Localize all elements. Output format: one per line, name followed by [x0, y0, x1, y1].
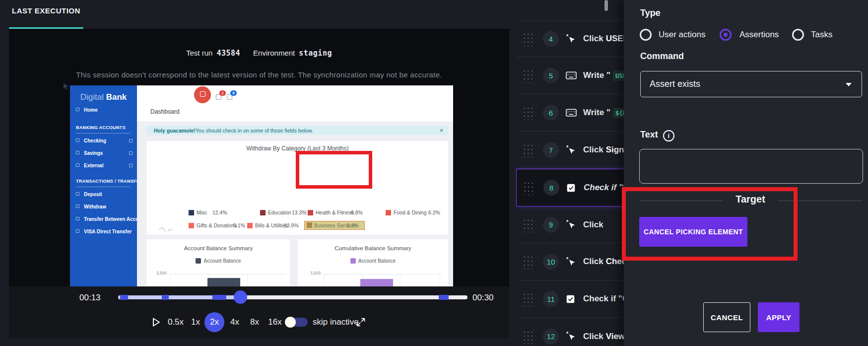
message-badge: 0 — [230, 90, 237, 96]
bullet-icon — [76, 108, 79, 111]
test-step-12[interactable]: 12 ClickView C — [516, 318, 624, 346]
bar — [360, 279, 393, 286]
step-target: Sign in — [606, 145, 624, 154]
speed-8x[interactable]: 8x — [248, 317, 262, 327]
apply-button[interactable]: APPLY — [758, 302, 800, 332]
speed-2x-active[interactable]: 2x — [204, 312, 224, 332]
tab-last-execution[interactable]: LAST EXECUTION — [12, 6, 80, 15]
radio-assertions-label[interactable]: Assertions — [739, 30, 779, 40]
step-action: Write " — [583, 70, 610, 80]
play-button-icon[interactable] — [152, 317, 161, 327]
app-root: LAST EXECUTION Test run43584Environments… — [0, 0, 868, 346]
bank-alert-text: You should check in on some of those fie… — [196, 128, 313, 134]
test-step-9[interactable]: 9 Click — [516, 207, 624, 243]
test-step-6[interactable]: 6 Write "${RE — [516, 94, 624, 132]
seek-thumb[interactable] — [234, 290, 247, 304]
bank-nav-section-banking: BANKING ACCOUNTS — [76, 125, 126, 130]
speed-0-5x[interactable]: 0.5x — [165, 317, 186, 327]
bullet-icon — [76, 217, 79, 220]
legend-value: 5.1% — [233, 222, 245, 228]
drag-handle-icon[interactable] — [522, 142, 533, 157]
test-step-7[interactable]: 7 ClickSign in — [516, 132, 624, 169]
drag-handle-icon[interactable] — [522, 217, 533, 232]
legend-label: Food & Dining — [394, 209, 427, 215]
bank-nav-label: External — [84, 163, 103, 168]
skip-inactive-toggle[interactable] — [286, 318, 308, 327]
bank-nav-checking: Checking — [76, 138, 106, 143]
drag-handle-icon[interactable] — [522, 329, 533, 344]
bank-nav-label: VISA Direct Transfer — [84, 229, 132, 234]
radio-tasks[interactable] — [792, 29, 804, 41]
test-step-4[interactable]: 4 ClickUSERN — [516, 20, 624, 57]
step-action: Click — [583, 220, 603, 229]
text-input[interactable] — [639, 149, 863, 184]
drag-handle-icon[interactable] — [522, 105, 533, 120]
bank-alert-bold: Holy guacamole! — [154, 128, 196, 134]
bar-plot — [324, 274, 443, 286]
step-number: 11 — [543, 291, 559, 307]
radio-user-actions-label[interactable]: User actions — [659, 30, 705, 40]
axis-tick: 3,500 — [151, 271, 167, 276]
step-number: 4 — [543, 31, 559, 47]
legend-value: 6.2% — [428, 209, 440, 215]
info-icon[interactable]: i — [663, 130, 674, 141]
radio-assertions-selected[interactable] — [720, 29, 732, 41]
bank-nav-withdraw: Withdraw — [76, 204, 106, 209]
annotation-box-legend — [296, 151, 372, 189]
annotation-box-target — [622, 187, 798, 261]
bank-nav-label: Deposit — [84, 192, 102, 197]
drag-handle-icon[interactable] — [522, 31, 533, 46]
bank-nav-deposit: Deposit — [76, 192, 102, 197]
drag-handle-icon[interactable] — [522, 68, 533, 83]
step-number: 6 — [543, 105, 559, 121]
command-select[interactable]: Assert exists — [640, 71, 862, 97]
test-step-5[interactable]: 5 Write "USER — [516, 57, 624, 94]
test-run-label: Test run — [186, 49, 212, 57]
command-select-value: Assert exists — [650, 79, 700, 89]
cancel-button[interactable]: CANCEL — [703, 302, 750, 332]
check-square-icon — [566, 183, 577, 193]
step-action: Click — [583, 257, 603, 266]
sync-warning-text: This session doesn't correspond to the l… — [9, 70, 509, 79]
card-title: Account Balance Summary — [147, 245, 290, 251]
speed-16x[interactable]: 16x — [266, 317, 284, 327]
seek-bar[interactable] — [118, 295, 467, 299]
bank-nav-external: External — [76, 163, 103, 168]
bullet-icon — [129, 164, 133, 167]
legend-label: Bills & Utilities — [255, 222, 288, 228]
speed-4x[interactable]: 4x — [228, 317, 242, 327]
bank-brand-light: Digital — [80, 92, 104, 102]
radio-user-actions[interactable] — [640, 29, 652, 41]
cursor-click-icon — [566, 219, 577, 230]
speed-1x[interactable]: 1x — [189, 317, 202, 327]
bullet-icon — [76, 192, 79, 196]
bank-page-title: Dashboard — [150, 108, 180, 115]
keyboard-icon — [566, 108, 577, 117]
legend-value: 13.3% — [292, 209, 307, 215]
bank-nav-home: Home — [76, 107, 98, 113]
bank-nav-savings: Savings — [76, 150, 103, 156]
fullscreen-icon[interactable] — [355, 317, 366, 328]
drag-handle-icon[interactable] — [522, 254, 533, 269]
bank-nav-label: Checking — [84, 138, 106, 143]
test-step-10[interactable]: 10 ClickCheck — [516, 243, 624, 280]
chevron-down-icon — [846, 83, 852, 86]
test-step-11[interactable]: 11 Check if "Ch — [516, 280, 624, 318]
test-step-8-selected[interactable]: 8 Check if "${L — [516, 169, 624, 207]
bank-nav-visa: VISA Direct Transfer — [76, 229, 132, 234]
legend-label: Education — [268, 209, 291, 215]
sparkline-icon — [159, 225, 173, 231]
drag-handle-icon[interactable] — [523, 180, 534, 195]
cursor-click-icon — [566, 34, 577, 44]
radio-tasks-label[interactable]: Tasks — [811, 30, 832, 40]
scrollbar-thumb[interactable] — [604, 0, 608, 11]
check-square-icon — [566, 294, 577, 304]
drag-handle-icon[interactable] — [522, 291, 533, 306]
legend-value: 12.4% — [212, 209, 227, 215]
card-legend-label: Account Balance — [358, 258, 396, 264]
step-number: 10 — [543, 254, 559, 270]
bar — [207, 278, 240, 286]
legend-value: 6.8% — [351, 209, 363, 215]
total-time: 00:30 — [472, 293, 494, 303]
step-action: Check if "Ch — [583, 294, 624, 303]
